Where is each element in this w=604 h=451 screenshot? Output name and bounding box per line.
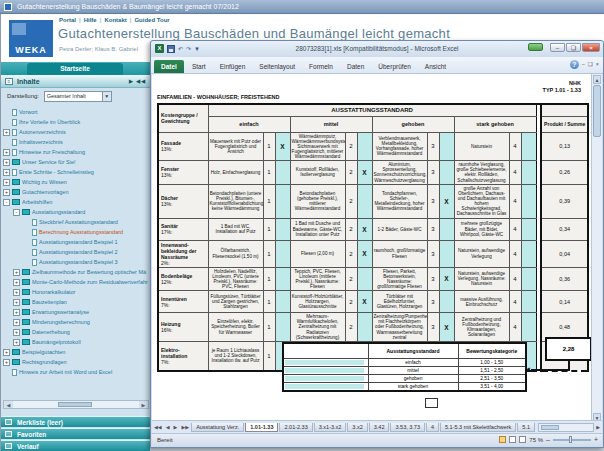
tree-item-wichtig[interactable]: +Wichtig zu Wissen xyxy=(3,177,149,187)
tree-item-berechnung-ausstattungsstandard[interactable]: Berechnung Ausstattungsstandard xyxy=(3,227,149,237)
sheet-horizontal-scrollbar[interactable] xyxy=(538,423,594,432)
workbook-minimize-icon[interactable]: – xyxy=(582,60,585,69)
ribbon-tab-seitenlayout[interactable]: Seitenlayout xyxy=(252,60,302,73)
tree-item-vorteile[interactable]: Ihre Vorteile im Überblick xyxy=(3,117,149,127)
zoom-in-icon[interactable]: + xyxy=(594,436,598,443)
x-cell[interactable] xyxy=(275,313,290,342)
tree-item-baumaengelprotokoll[interactable]: +Baumängelprotokoll xyxy=(3,337,149,347)
x-cell[interactable] xyxy=(521,184,536,218)
expand-plus-icon[interactable]: + xyxy=(3,159,10,166)
ribbon-tab-datei[interactable]: Datei xyxy=(154,60,184,73)
ribbon-tab-ansicht[interactable]: Ansicht xyxy=(418,60,453,73)
sheet-tab-5-1[interactable]: 5.1 xyxy=(517,423,535,432)
x-cell[interactable] xyxy=(439,291,454,313)
x-cell[interactable] xyxy=(521,267,536,291)
scroll-left-icon[interactable]: ◀ xyxy=(4,401,13,408)
x-cell[interactable] xyxy=(357,267,372,291)
link-kontakt[interactable]: Kontakt xyxy=(104,17,126,23)
expand-plus-icon[interactable]: + xyxy=(3,149,10,156)
panel-favoriten[interactable]: Favoriten xyxy=(1,428,150,439)
x-cell[interactable] xyxy=(521,240,536,267)
page-break-view-icon[interactable] xyxy=(519,436,526,443)
tree-item-steckbrief[interactable]: Steckbrief Ausstattungsstandard xyxy=(3,217,149,227)
x-cell[interactable] xyxy=(439,218,454,240)
expand-plus-icon[interactable]: + xyxy=(13,329,20,336)
x-cell[interactable] xyxy=(275,291,290,313)
scrollbar-thumb[interactable] xyxy=(541,425,559,430)
workbook-restore-icon[interactable]: ❏ xyxy=(588,60,593,69)
tree-item-zielbaummethode[interactable]: +Zielbaummethode zur Bewertung optischer… xyxy=(3,267,149,277)
tree-item-monte-carlo[interactable]: +Monte-Carlo-Methode zum Residualwertver… xyxy=(3,277,149,287)
tree-item-service[interactable]: +Unser Service für Sie! xyxy=(3,157,149,167)
link-hilfe[interactable]: Hilfe xyxy=(84,17,97,23)
expand-plus-icon[interactable]: + xyxy=(13,279,20,286)
tree-item-gutachtenvorlagen[interactable]: +Gutachtenvorlagen xyxy=(3,187,149,197)
darstellung-select[interactable]: Gesamter Inhalt ▼ xyxy=(44,91,112,102)
tree-item-arbeitshilfen[interactable]: -Arbeitshilfen xyxy=(3,197,149,207)
sheet-tab-ausstattung-verz[interactable]: Ausstattung Verz. xyxy=(191,423,244,432)
tab-startseite[interactable]: Startseite xyxy=(27,63,123,75)
close-button[interactable]: × xyxy=(582,43,600,52)
normal-view-icon[interactable] xyxy=(499,436,506,443)
x-cell[interactable] xyxy=(275,184,290,218)
tree-item-beispiel-1[interactable]: Ausstattungsstandard Beispiel 1 xyxy=(3,237,149,247)
titlebar-green-button[interactable] xyxy=(528,43,543,51)
sheet-tab-3-53-3-73[interactable]: 3.53, 3.73 xyxy=(390,423,424,432)
expand-plus-icon[interactable]: + xyxy=(3,349,10,356)
x-cell[interactable]: X xyxy=(357,240,372,267)
expand-plus-icon[interactable]: + xyxy=(13,289,20,296)
page-layout-view-icon[interactable] xyxy=(509,436,516,443)
x-cell[interactable]: X xyxy=(357,218,372,240)
x-cell[interactable]: X xyxy=(357,161,372,185)
tree-item-freischaltung[interactable]: +Hinweise zur Freischaltung xyxy=(3,147,149,157)
x-cell[interactable] xyxy=(357,132,372,161)
tree-item-rechtsgrundlagen[interactable]: +Rechtsgrundlagen xyxy=(3,357,149,367)
expand-plus-icon[interactable]: + xyxy=(3,359,10,366)
panel-verlauf[interactable]: Verlauf xyxy=(1,440,150,451)
scrollbar-thumb[interactable] xyxy=(593,85,601,137)
sheet-tab-5-1-5-3[interactable]: 5.1-5.3 mit Skelettfachwerk xyxy=(440,423,516,432)
panel-collapse-icon[interactable]: ◀◀ xyxy=(136,78,146,84)
x-cell[interactable]: X xyxy=(439,313,454,342)
sheet-tab-3-x2[interactable]: 3.x2 xyxy=(347,423,367,432)
expand-plus-icon[interactable]: + xyxy=(13,299,20,306)
x-cell[interactable] xyxy=(357,184,372,218)
scroll-right-icon[interactable]: ▶ xyxy=(139,401,148,408)
tree-item-erste-schritte[interactable]: +Erste Schritte - Schnelleinstieg xyxy=(3,167,149,177)
expand-plus-icon[interactable]: + xyxy=(3,169,10,176)
x-cell[interactable] xyxy=(275,218,290,240)
scroll-up-icon[interactable]: ▲ xyxy=(593,75,601,84)
x-cell[interactable] xyxy=(521,313,536,342)
tree-item-honorarkalkulator[interactable]: +Honorarkalkulator xyxy=(3,287,149,297)
tree-item-beispiel-3[interactable]: Ausstattungsstandard Beispiel 3 xyxy=(3,257,149,267)
x-cell[interactable] xyxy=(439,132,454,161)
first-sheet-icon[interactable]: ◀◀ xyxy=(152,424,164,430)
x-cell[interactable] xyxy=(521,161,536,185)
link-portal[interactable]: Portal xyxy=(59,17,76,23)
tree-item-autorenverzeichnis[interactable]: +Autorenverzeichnis xyxy=(3,127,149,137)
tree-item-inhaltsverzeichnis[interactable]: Inhaltsverzeichnis xyxy=(3,137,149,147)
collapse-minus-icon[interactable]: - xyxy=(13,209,20,216)
collapse-minus-icon[interactable]: - xyxy=(3,199,10,206)
tree-item-minderungsberechnung[interactable]: +Minderungsberechnung xyxy=(3,317,149,327)
sheet-tab-1-01-1-33[interactable]: 1.01-1.33 xyxy=(245,423,278,432)
expand-plus-icon[interactable]: + xyxy=(3,189,10,196)
x-cell[interactable] xyxy=(521,218,536,240)
sheet-tab-2-01-2-33[interactable]: 2.01-2.33 xyxy=(279,423,312,432)
prev-sheet-icon[interactable]: ◀ xyxy=(164,424,172,430)
tree-item-beispiel-2[interactable]: Ausstattungsstandard Beispiel 2 xyxy=(3,247,149,257)
expand-plus-icon[interactable]: + xyxy=(13,269,20,276)
tree-item-bauzeitenplan[interactable]: +Bauzeitenplan xyxy=(3,297,149,307)
tree-item-vorwort[interactable]: Vorwort xyxy=(3,107,149,117)
panel-merkliste[interactable]: Merkliste (leer) xyxy=(1,416,150,427)
ribbon-tab-start[interactable]: Start xyxy=(185,60,213,73)
link-guided-tour[interactable]: Guided Tour xyxy=(134,17,169,23)
expand-plus-icon[interactable]: + xyxy=(13,319,20,326)
expand-plus-icon[interactable]: + xyxy=(3,129,10,136)
x-cell[interactable] xyxy=(439,240,454,267)
x-cell[interactable] xyxy=(275,161,290,185)
x-cell[interactable]: X xyxy=(439,267,454,291)
zoom-slider-thumb[interactable] xyxy=(569,436,572,443)
tree-item-beispielgutachten[interactable]: +Beispielgutachten xyxy=(3,347,149,357)
sheet-tab-3-x1-3-x2[interactable]: 3.x1-3.x2 xyxy=(314,423,347,432)
